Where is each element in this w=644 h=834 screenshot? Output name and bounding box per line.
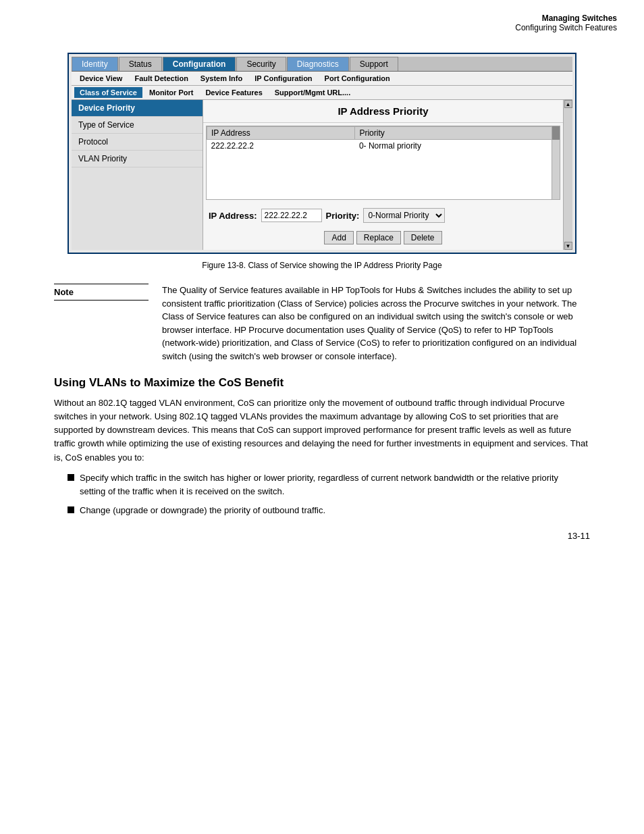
left-sidebar: Device Priority Type of Service Protocol… xyxy=(72,100,203,250)
screenshot-container: Identity Status Configuration Security D… xyxy=(68,53,576,254)
replace-button[interactable]: Replace xyxy=(356,231,401,244)
submenu-bar: Device View Fault Detection System Info … xyxy=(72,72,572,86)
table-header-ip: IP Address xyxy=(207,127,355,140)
sidebar-protocol[interactable]: Protocol xyxy=(72,134,203,151)
bullet-text-2: Change (upgrade or downgrade) the priori… xyxy=(80,504,325,517)
submenu-port-configuration[interactable]: Port Configuration xyxy=(319,73,396,84)
priority-select[interactable]: 0-Normal Priority 1-Low Priority 2-Mediu… xyxy=(363,208,445,223)
bullet-icon xyxy=(68,506,74,513)
tab-support[interactable]: Support xyxy=(350,57,398,71)
priority-table-wrapper: IP Address Priority 222.22.22.2 0- Norma… xyxy=(206,126,560,200)
submenu-system-info[interactable]: System Info xyxy=(195,73,248,84)
nav-tabs: Identity Status Configuration Security D… xyxy=(72,57,572,72)
add-button[interactable]: Add xyxy=(324,231,353,244)
scroll-up-icon[interactable]: ▲ xyxy=(564,100,572,108)
submenu-class-of-service[interactable]: Class of Service xyxy=(74,87,142,98)
bullet-icon xyxy=(68,474,74,481)
ip-address-form: IP Address: Priority: 0-Normal Priority … xyxy=(203,203,563,228)
submenu-device-features[interactable]: Device Features xyxy=(200,87,267,98)
ip-address-input[interactable] xyxy=(261,209,322,222)
tab-identity[interactable]: Identity xyxy=(72,57,118,71)
scrollbar-thumb xyxy=(552,126,560,140)
table-scrollbar[interactable] xyxy=(552,126,560,199)
right-scrollbar[interactable]: ▲ ▼ xyxy=(563,100,572,250)
bullet-list: Specify which traffic in the switch has … xyxy=(68,471,576,517)
list-item: Specify which traffic in the switch has … xyxy=(68,471,576,498)
note-label: Note xyxy=(54,284,149,301)
tab-configuration[interactable]: Configuration xyxy=(163,57,236,71)
header-subtitle: Configuring Switch Features xyxy=(27,23,617,32)
priority-label: Priority: xyxy=(326,211,360,221)
section-heading: Using VLANs to Maximize the CoS Benefit xyxy=(54,376,590,390)
submenu-device-view[interactable]: Device View xyxy=(74,73,128,84)
ip-address-label: IP Address: xyxy=(209,211,257,221)
header-title: Managing Switches xyxy=(27,14,617,23)
sidebar-device-priority[interactable]: Device Priority xyxy=(72,100,203,117)
priority-table: IP Address Priority 222.22.22.2 0- Norma… xyxy=(207,126,560,152)
delete-button[interactable]: Delete xyxy=(404,231,442,244)
sidebar-type-of-service[interactable]: Type of Service xyxy=(72,117,203,134)
scroll-down-icon[interactable]: ▼ xyxy=(564,242,572,250)
content-title: IP Address Priority xyxy=(203,100,563,123)
submenu-support-mgmt[interactable]: Support/Mgmt URL.... xyxy=(269,87,356,98)
form-buttons: Add Replace Delete xyxy=(203,228,563,250)
bullet-text-1: Specify which traffic in the switch has … xyxy=(80,471,576,498)
tab-diagnostics[interactable]: Diagnostics xyxy=(287,57,349,71)
tab-status[interactable]: Status xyxy=(119,57,162,71)
figure-caption: Figure 13-8. Class of Service showing th… xyxy=(68,261,576,270)
table-cell-priority: 0- Normal priority xyxy=(355,140,560,153)
submenu-fault-detection[interactable]: Fault Detection xyxy=(129,73,193,84)
table-row[interactable]: 222.22.22.2 0- Normal priority xyxy=(207,140,560,153)
submenu-ip-configuration[interactable]: IP Configuration xyxy=(249,73,317,84)
submenu-bar-2: Class of Service Monitor Port Device Fea… xyxy=(72,86,572,100)
table-header-priority: Priority xyxy=(355,127,560,140)
right-content: IP Address Priority IP Address Priority xyxy=(203,100,563,250)
tab-security[interactable]: Security xyxy=(236,57,286,71)
note-label-col: Note xyxy=(54,284,149,363)
sidebar-vlan-priority[interactable]: VLAN Priority xyxy=(72,151,203,167)
page-number: 13-11 xyxy=(54,531,590,541)
note-content: The Quality of Service features availabl… xyxy=(162,284,590,363)
body-text: Without an 802.1Q tagged VLAN environmen… xyxy=(54,396,590,465)
submenu-monitor-port[interactable]: Monitor Port xyxy=(144,87,198,98)
note-section: Note The Quality of Service features ava… xyxy=(54,284,590,363)
list-item: Change (upgrade or downgrade) the priori… xyxy=(68,504,576,517)
page-header: Managing Switches Configuring Switch Fea… xyxy=(27,14,617,32)
table-cell-ip: 222.22.22.2 xyxy=(207,140,355,153)
right-panel: IP Address Priority IP Address Priority xyxy=(203,100,572,250)
content-area: Device Priority Type of Service Protocol… xyxy=(72,100,572,250)
